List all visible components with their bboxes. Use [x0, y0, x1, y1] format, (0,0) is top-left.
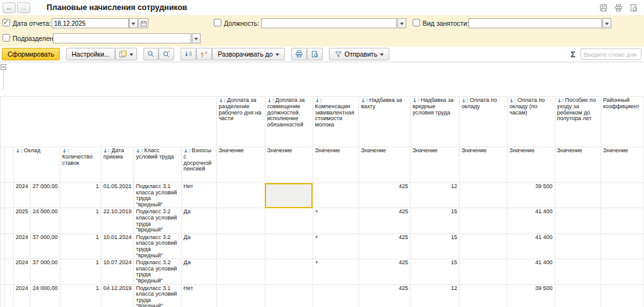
year-cell[interactable]: 2025: [13, 208, 30, 233]
report-date-input[interactable]: [52, 18, 129, 28]
value-cell[interactable]: 12: [410, 284, 459, 307]
value-cell[interactable]: 12: [410, 183, 459, 208]
value-caption[interactable]: Значение: [265, 147, 313, 183]
value-cell[interactable]: [601, 259, 643, 284]
department-input[interactable]: [53, 33, 191, 43]
hire-date-cell[interactable]: 22.10.2019: [101, 208, 134, 233]
group-header[interactable]: Оплата по окладу (по часам): [507, 97, 555, 147]
value-cell[interactable]: 425: [358, 259, 410, 284]
salary-cell[interactable]: 24 000,00: [30, 284, 60, 307]
value-cell[interactable]: [265, 259, 313, 284]
value-cell[interactable]: 425: [358, 284, 410, 307]
value-cell[interactable]: [313, 183, 358, 208]
value-cell[interactable]: [601, 284, 643, 307]
salary-cell[interactable]: 24 000,00: [30, 208, 60, 233]
early-pension-cell[interactable]: Да: [181, 233, 216, 259]
value-cell[interactable]: 15: [410, 208, 459, 233]
value-cell[interactable]: [313, 284, 358, 307]
work-class-cell[interactable]: Подкласс 3.1 класса условий труда "вредн…: [134, 183, 182, 208]
send-button[interactable]: Отправить: [329, 48, 389, 60]
value-cell[interactable]: 425: [358, 208, 410, 233]
rate-cell[interactable]: 1: [60, 183, 101, 208]
value-cell[interactable]: [555, 233, 601, 259]
value-cell[interactable]: [265, 233, 313, 259]
early-pension-cell[interactable]: Да: [181, 208, 216, 233]
value-cell[interactable]: [265, 183, 313, 208]
value-cell[interactable]: [601, 208, 643, 233]
work-class-cell[interactable]: Подкласс 3.2 класса условий труда "вредн…: [134, 208, 182, 233]
value-cell[interactable]: [459, 233, 507, 259]
value-cell[interactable]: 39 500: [507, 284, 555, 307]
column-header[interactable]: Взносы с досрочной пенсией: [181, 147, 216, 183]
value-cell[interactable]: [601, 183, 643, 208]
rate-cell[interactable]: 1: [60, 284, 101, 307]
value-cell[interactable]: [555, 284, 601, 307]
work-class-cell[interactable]: Подкласс 3.1 класса условий труда "вредн…: [134, 284, 182, 307]
expand-to-button[interactable]: Разворачивать до: [212, 48, 285, 60]
work-class-cell[interactable]: Подкласс 3.2 класса условий труда "вредн…: [134, 233, 182, 259]
salary-cell[interactable]: 27 000,00: [30, 183, 60, 208]
collapse-groups-button[interactable]: [180, 48, 196, 60]
value-cell[interactable]: [216, 208, 265, 233]
value-caption[interactable]: Значение: [555, 147, 601, 183]
rate-cell[interactable]: 1: [60, 208, 101, 233]
position-checkbox[interactable]: [214, 19, 221, 26]
report-date-checkbox[interactable]: [3, 19, 10, 26]
value-cell[interactable]: [601, 233, 643, 259]
value-caption[interactable]: Значение: [507, 147, 555, 183]
group-collapse-icon[interactable]: [1, 64, 6, 70]
forward-button[interactable]: →: [17, 3, 30, 13]
value-cell[interactable]: 425: [358, 233, 410, 259]
report-date-dropdown[interactable]: [129, 18, 138, 28]
group-header[interactable]: Доплата за разделение рабочего дня на ча…: [216, 97, 265, 147]
hire-date-cell[interactable]: 01.05.2021: [101, 183, 134, 208]
value-cell[interactable]: [216, 259, 265, 284]
sum-symbol[interactable]: Σ: [570, 50, 575, 59]
year-cell[interactable]: 2024: [13, 233, 30, 259]
value-caption[interactable]: Значение: [313, 147, 358, 183]
group-header[interactable]: Надбавка за вахту: [358, 97, 410, 147]
settings-button[interactable]: Настройки...: [66, 48, 115, 60]
year-cell[interactable]: 2024: [13, 259, 30, 284]
column-header[interactable]: Количество ставок: [60, 147, 101, 183]
group-header[interactable]: Оплата по окладу: [459, 97, 507, 147]
expand-groups-button[interactable]: [196, 48, 212, 60]
cancel-search-button[interactable]: [158, 48, 174, 60]
value-cell[interactable]: +: [313, 233, 358, 259]
group-header[interactable]: Надбавка за вредные условия труда: [410, 97, 459, 147]
year-cell[interactable]: 2024: [13, 284, 30, 307]
employment-type-dropdown[interactable]: [602, 18, 611, 28]
value-cell[interactable]: [555, 259, 601, 284]
rate-cell[interactable]: 1: [60, 233, 101, 259]
group-header[interactable]: Компенсация эквивалентная стоимости моло…: [313, 97, 358, 147]
position-dropdown[interactable]: [397, 18, 406, 28]
column-header[interactable]: Дата приема: [101, 147, 134, 183]
value-caption[interactable]: Значение: [459, 147, 507, 183]
department-dropdown[interactable]: [192, 33, 201, 43]
save-icon[interactable]: [599, 4, 608, 12]
department-checkbox[interactable]: [3, 34, 10, 42]
group-header[interactable]: Пособие по уходу за ребенком до полутора…: [555, 97, 601, 147]
value-caption[interactable]: Значение: [216, 147, 265, 183]
value-cell[interactable]: [459, 259, 507, 284]
hire-date-cell[interactable]: 04.12.2019: [101, 284, 134, 307]
hire-date-cell[interactable]: 10.07.2024: [101, 259, 134, 284]
value-cell[interactable]: 425: [358, 183, 410, 208]
value-cell[interactable]: +: [313, 259, 358, 284]
value-cell[interactable]: 41 400: [507, 259, 555, 284]
column-header[interactable]: Оклад: [13, 147, 60, 183]
value-cell[interactable]: [265, 208, 313, 233]
group-header[interactable]: Районный коэффициент: [601, 97, 643, 147]
salary-cell[interactable]: 37 000,00: [30, 259, 60, 284]
value-cell[interactable]: [459, 208, 507, 233]
value-cell[interactable]: 39 500: [507, 183, 555, 208]
work-class-cell[interactable]: Подкласс 3.2 класса условий труда "вредн…: [134, 259, 182, 284]
search-button[interactable]: [143, 48, 158, 60]
salary-cell[interactable]: 37 000,00: [30, 233, 60, 259]
preview-icon[interactable]: [630, 4, 638, 12]
group-header[interactable]: Доплата за совмещение должностей, исполн…: [265, 97, 313, 147]
back-button[interactable]: ←: [3, 3, 16, 13]
value-caption[interactable]: Значение: [601, 147, 643, 183]
value-cell[interactable]: +: [313, 208, 358, 233]
position-input[interactable]: [261, 18, 397, 28]
